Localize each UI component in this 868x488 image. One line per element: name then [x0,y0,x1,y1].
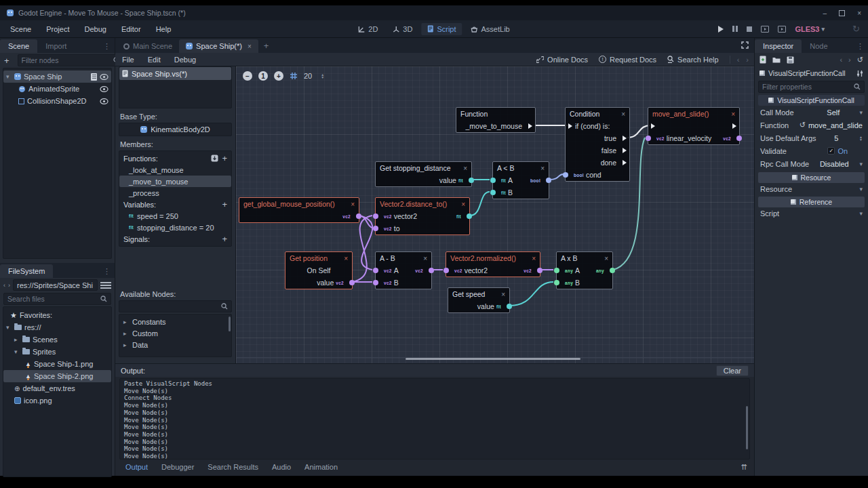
tree-row[interactable]: ▾ Sprites [3,346,111,358]
refresh-icon[interactable]: ↺ [800,121,806,129]
history-forward-icon[interactable]: › [746,56,749,64]
spinner-stepper[interactable]: ▲▼ [859,136,863,141]
add-node-button[interactable]: + [4,56,9,65]
node-a-x-b[interactable]: A x B× anyAany anyB [556,251,613,289]
save-icon[interactable] [787,56,794,64]
tab-main-scene[interactable]: Main Scene [117,39,179,53]
data-out-port[interactable] [610,268,615,273]
nav-forward-icon[interactable]: › [8,282,10,289]
nav-back-icon[interactable]: ‹ [3,282,5,289]
node-move-and-slide[interactable]: move_and_slide()× vc2linear_velocityvc2 [648,107,740,145]
variable-item[interactable]: flt stopping_distance = 20 [119,222,231,233]
visualscript-graph[interactable]: − 1 + 20 ▲▼ [236,66,754,363]
seq-out-port[interactable] [623,136,627,141]
clear-button[interactable]: Clear [716,365,749,376]
validate-checkbox[interactable]: ✓ On [813,147,863,155]
tree-row[interactable]: CollisionShape2D [3,95,111,107]
data-out-port[interactable] [736,136,742,141]
add-signal-button[interactable]: + [222,234,227,244]
data-in-port[interactable] [443,268,449,273]
node-category[interactable]: ▸Data [119,339,231,350]
node-get-global-mouse-position[interactable]: get_global_mouse_position()× vc2 [239,197,359,223]
menu-project[interactable]: Project [39,25,77,33]
call-mode-dropdown[interactable]: Self [810,108,856,117]
menu-editor[interactable]: Editor [114,25,149,33]
tree-row[interactable]: ▲ Space Ship-2.png [3,370,111,382]
tools-icon[interactable] [856,70,863,77]
node-function[interactable]: Function _move_to_mouse [456,107,536,133]
tab-3d[interactable]: 3D [387,23,418,35]
collapse-icon[interactable]: ▾ [6,324,12,331]
view-mode-icon[interactable] [100,281,111,290]
close-node-icon[interactable]: × [458,165,467,172]
tab-output[interactable]: Output [119,462,154,472]
request-docs-button[interactable]: ! Request Docs [599,56,656,64]
node-get-stopping-distance[interactable]: Get stopping_distance× valueflt [375,161,472,187]
close-node-icon[interactable]: × [338,255,348,262]
tab-space-ship[interactable]: Space Ship(*) × [179,39,258,53]
object-history-icon[interactable]: ↺ [857,56,863,64]
play-custom-scene-button[interactable] [778,26,786,33]
base-type-value[interactable]: KinematicBody2D [119,123,232,136]
pause-button[interactable] [732,26,738,32]
tab-scene-dock[interactable]: Scene [0,39,37,53]
add-function-button[interactable]: + [222,153,227,163]
tree-row[interactable]: ▸ Scenes [3,333,111,346]
node-a-lt-b[interactable]: A < B× fltAbool fltB [492,161,549,199]
data-out-port[interactable] [537,268,542,273]
edited-object-row[interactable]: VisualScriptFunctionCall [755,66,868,80]
search-help-button[interactable]: Search Help [667,56,719,64]
restore-button[interactable] [839,10,845,16]
close-node-icon[interactable]: × [418,255,427,262]
zoom-out-button[interactable]: − [243,71,252,81]
tree-row[interactable]: AnimatedSprite [3,83,111,95]
seq-out-port[interactable] [623,148,627,153]
new-resource-icon[interactable] [760,56,766,64]
reference-section-header[interactable]: Reference [758,197,865,207]
close-node-icon[interactable]: × [726,110,735,118]
data-out-port[interactable] [507,304,512,309]
function-field[interactable]: ↺ move_and_slide [800,121,863,129]
data-in-port[interactable] [554,280,559,285]
add-variable-button[interactable]: + [222,199,227,209]
zoom-reset-button[interactable]: 1 [258,71,268,81]
data-in-port[interactable] [646,136,651,141]
data-out-port[interactable] [356,214,361,219]
menu-file[interactable]: File [115,56,141,64]
node-get-speed[interactable]: Get speed× valueflt [448,287,510,313]
script-collapse-row[interactable]: Script ▾ [755,207,868,219]
node-category[interactable]: ▸Constants [119,316,231,327]
close-button[interactable]: × [857,9,861,17]
available-nodes-input[interactable] [123,302,221,310]
tab-2d[interactable]: 2D [352,23,384,35]
script-attached-icon[interactable] [91,73,97,81]
visibility-eye-icon[interactable] [100,86,108,92]
tab-inspector[interactable]: Inspector [755,39,802,53]
snap-value[interactable]: 20 [304,72,312,80]
close-tab-icon[interactable]: × [248,43,252,50]
tree-row[interactable]: ▾ Space Ship [3,70,111,83]
scrollbar[interactable] [229,317,231,331]
filter-nodes-input[interactable] [22,56,113,64]
history-back-icon[interactable]: ‹ [737,56,740,64]
tree-row[interactable]: ▲ Space Ship-1.png [3,358,111,370]
expand-icon[interactable]: ▸ [14,336,20,343]
data-in-port[interactable] [373,280,378,285]
tab-search-results[interactable]: Search Results [201,462,264,472]
dock-menu-icon[interactable]: ⋮ [99,267,115,278]
seq-in-port[interactable] [568,123,572,129]
seq-out-port[interactable] [623,160,627,165]
node-normalized[interactable]: Vector2.normalized()× vc2vector2vc2 [446,251,540,277]
resource-collapse-row[interactable]: Resource ▾ [755,183,868,195]
visibility-eye-icon[interactable] [100,98,108,104]
minimize-button[interactable]: – [823,9,827,17]
node-get-position[interactable]: Get position× On Self valuevc2 [285,251,353,289]
collapse-icon[interactable]: ▾ [6,73,12,80]
zoom-in-button[interactable]: + [274,71,283,81]
collapse-icon[interactable]: ▾ [14,348,20,355]
data-in-port[interactable] [373,226,378,231]
dock-menu-icon[interactable]: ⋮ [852,42,868,53]
history-forward-icon[interactable]: › [848,56,851,64]
script-item[interactable]: Space Ship.vs(*) [119,67,231,80]
visibility-eye-icon[interactable] [100,74,108,80]
